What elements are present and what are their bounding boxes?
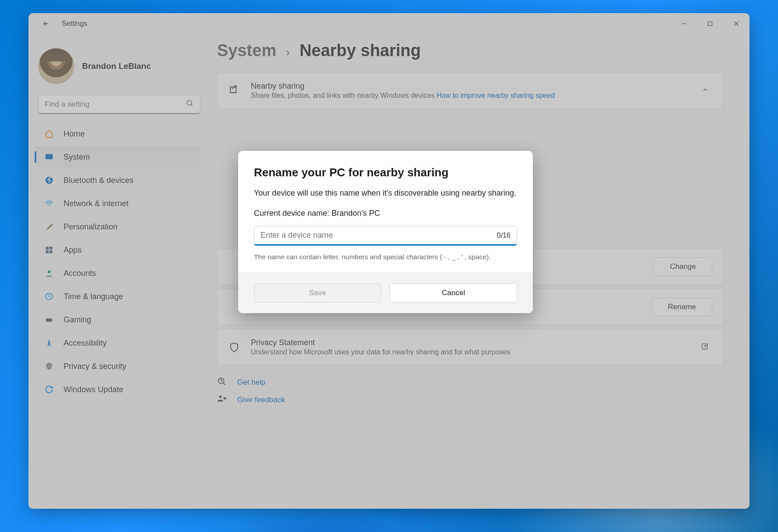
current-device-label: Current device name: Brandon's PC <box>254 209 517 218</box>
char-counter: 0/16 <box>497 232 510 239</box>
cancel-button[interactable]: Cancel <box>390 283 517 303</box>
rename-dialog: Rename your PC for nearby sharing Your d… <box>238 151 533 313</box>
dialog-title: Rename your PC for nearby sharing <box>254 166 517 179</box>
device-name-field[interactable]: 0/16 <box>254 226 517 246</box>
save-button[interactable]: Save <box>254 283 381 303</box>
dialog-description: Your device will use this name when it's… <box>254 187 517 199</box>
settings-window: Settings Brandon LeBlanc <box>29 13 749 509</box>
input-hint: The name can contain letter, numbers and… <box>254 252 517 262</box>
device-name-input[interactable] <box>261 231 497 240</box>
